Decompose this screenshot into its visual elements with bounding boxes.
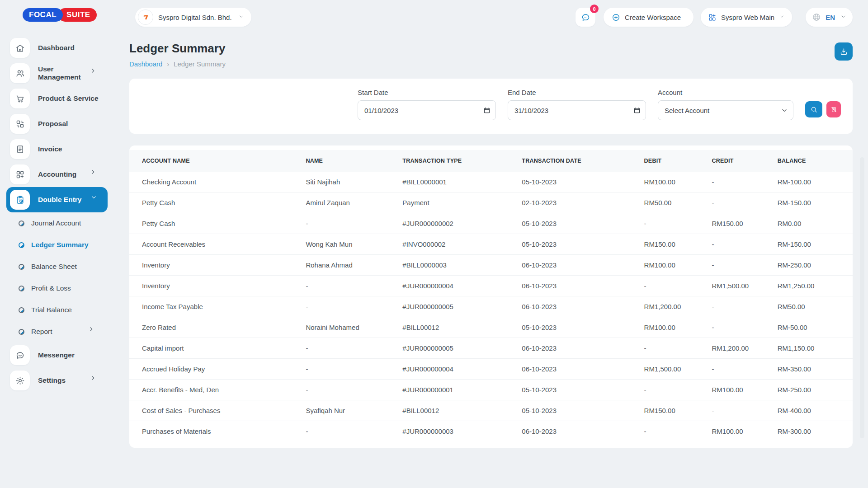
cell-balance: RM-400.00 bbox=[778, 407, 848, 414]
sidebar: FOCAL SUITE DashboardUser ManagementProd… bbox=[0, 0, 109, 488]
sidebar-item-label: Ledger Summary bbox=[31, 241, 109, 249]
cell-transaction-date: 06-10-2023 bbox=[522, 365, 644, 373]
cell-credit: RM1,200.00 bbox=[712, 344, 777, 352]
cell-account-name: Inventory bbox=[142, 261, 306, 269]
cell-transaction-date: 05-10-2023 bbox=[522, 324, 644, 331]
brand-logo[interactable]: FOCAL SUITE bbox=[23, 8, 109, 22]
sidebar-item-balance-sheet[interactable]: Balance Sheet bbox=[0, 256, 109, 277]
cell-transaction-type: #BILL00012 bbox=[402, 407, 522, 414]
sidebar-item-product-service[interactable]: Product & Service bbox=[0, 86, 109, 111]
syspro-logo-icon bbox=[138, 9, 153, 25]
company-name: Syspro Digital Sdn. Bhd. bbox=[158, 14, 232, 21]
table-row: Account ReceivablesWong Kah Mun#INVO0000… bbox=[129, 234, 853, 255]
account-select[interactable] bbox=[658, 100, 793, 120]
proposal-icon bbox=[10, 114, 30, 134]
column-header-transaction-type: TRANSACTION TYPE bbox=[402, 158, 522, 164]
cell-balance: RM50.00 bbox=[778, 303, 848, 310]
create-workspace-label: Create Workspace bbox=[625, 14, 681, 21]
company-selector[interactable]: Syspro Digital Sdn. Bhd. bbox=[135, 8, 251, 27]
start-date-input[interactable] bbox=[358, 100, 496, 120]
messenger-icon bbox=[10, 345, 30, 365]
sidebar-item-user-management[interactable]: User Management bbox=[0, 61, 109, 86]
cell-debit: - bbox=[644, 282, 712, 290]
table-row: Accr. Benefits - Med, Den-#JUR0000000010… bbox=[129, 380, 853, 400]
sidebar-item-double-entry[interactable]: Double Entry bbox=[6, 187, 108, 212]
table-row: Inventory-#JUR00000000406-10-2023-RM1,50… bbox=[129, 276, 853, 296]
sidebar-item-proposal[interactable]: Proposal bbox=[0, 111, 109, 136]
sidebar-item-invoice[interactable]: Invoice bbox=[0, 136, 109, 162]
content: Ledger Summary Dashboard › Ledger Summar… bbox=[109, 29, 868, 448]
cell-name: - bbox=[306, 282, 402, 290]
invoice-icon bbox=[10, 139, 30, 159]
cell-account-name: Accr. Benefits - Med, Den bbox=[142, 386, 306, 394]
breadcrumb-dashboard-link[interactable]: Dashboard bbox=[129, 60, 162, 68]
cell-name: - bbox=[306, 220, 402, 227]
chevron-right-icon bbox=[90, 375, 101, 386]
chat-badge: 0 bbox=[590, 5, 599, 13]
cell-transaction-type: #JUR000000001 bbox=[402, 386, 522, 394]
download-button[interactable] bbox=[835, 42, 853, 61]
sidebar-item-trial-balance[interactable]: Trial Balance bbox=[0, 299, 109, 321]
messenger-button[interactable]: 0 bbox=[576, 8, 595, 27]
cell-name: - bbox=[306, 427, 402, 435]
sidebar-item-report[interactable]: Report bbox=[0, 321, 109, 343]
cell-account-name: Zero Rated bbox=[142, 324, 306, 331]
cell-balance: RM-150.00 bbox=[778, 240, 848, 248]
chevron-down-icon bbox=[238, 13, 244, 21]
search-button[interactable] bbox=[805, 101, 822, 117]
cell-transaction-date: 05-10-2023 bbox=[522, 240, 644, 248]
cell-balance: RM-250.00 bbox=[778, 386, 848, 394]
sidebar-item-label: Dashboard bbox=[38, 44, 109, 52]
cell-debit: RM1,200.00 bbox=[644, 303, 712, 310]
cell-account-name: Income Tax Payable bbox=[142, 303, 306, 310]
filter-buttons bbox=[805, 101, 841, 117]
cell-transaction-type: #JUR000000003 bbox=[402, 427, 522, 435]
language-selector[interactable]: EN bbox=[806, 8, 853, 27]
cell-balance: RM-300.00 bbox=[778, 427, 848, 435]
sidebar-item-settings[interactable]: Settings bbox=[0, 368, 109, 393]
cell-credit: - bbox=[712, 303, 777, 310]
sidebar-item-profit-loss[interactable]: Profit & Loss bbox=[0, 277, 109, 299]
cell-credit: - bbox=[712, 240, 777, 248]
cell-debit: RM50.00 bbox=[644, 199, 712, 206]
cell-balance: RM0.00 bbox=[778, 220, 848, 227]
sidebar-item-label: Invoice bbox=[38, 145, 109, 153]
cell-balance: RM-100.00 bbox=[778, 178, 848, 186]
cell-name: Rohana Ahmad bbox=[306, 261, 402, 269]
page-title: Ledger Summary bbox=[129, 42, 835, 56]
sidebar-item-label: Balance Sheet bbox=[31, 263, 109, 271]
cell-transaction-type: #JUR000000002 bbox=[402, 220, 522, 227]
create-workspace-button[interactable]: Create Workspace bbox=[604, 8, 693, 27]
cell-credit: RM100.00 bbox=[712, 427, 777, 435]
table-body: Checking AccountSiti Najihah#BILL0000001… bbox=[129, 172, 853, 441]
breadcrumb-current: Ledger Summary bbox=[174, 60, 226, 68]
sidebar-item-dashboard[interactable]: Dashboard bbox=[0, 35, 109, 61]
sidebar-item-messenger[interactable]: Messenger bbox=[0, 343, 109, 368]
cell-balance: RM1,150.00 bbox=[778, 344, 848, 352]
workspace-switcher[interactable]: Syspro Web Main bbox=[701, 8, 792, 27]
home-icon bbox=[10, 38, 30, 58]
double-entry-icon bbox=[10, 190, 30, 210]
sidebar-item-ledger-summary[interactable]: Ledger Summary bbox=[0, 234, 109, 256]
cell-transaction-date: 06-10-2023 bbox=[522, 282, 644, 290]
cell-name: - bbox=[306, 344, 402, 352]
sidebar-item-accounting[interactable]: Accounting bbox=[0, 162, 109, 187]
search-icon bbox=[810, 106, 818, 113]
sidebar-item-label: Accounting bbox=[38, 170, 90, 178]
end-date-input[interactable] bbox=[508, 100, 646, 120]
sidebar-item-label: Proposal bbox=[38, 120, 109, 128]
table-row: Purchases of Materials-#JUR00000000306-1… bbox=[129, 421, 853, 441]
grid-plus-icon bbox=[708, 13, 717, 22]
table-scrollbar[interactable] bbox=[860, 157, 864, 438]
sidebar-item-journal-account[interactable]: Journal Account bbox=[0, 212, 109, 234]
bullet-icon bbox=[19, 329, 24, 335]
sidebar-item-label: Settings bbox=[38, 376, 90, 385]
sidebar-item-label: Report bbox=[31, 328, 88, 336]
settings-icon bbox=[10, 371, 30, 390]
cell-name: Syafiqah Nur bbox=[306, 407, 402, 414]
chevron-down-icon bbox=[779, 13, 785, 21]
chat-icon bbox=[581, 13, 590, 22]
cell-balance: RM-250.00 bbox=[778, 261, 848, 269]
clear-filter-button[interactable] bbox=[826, 101, 841, 117]
table-row: InventoryRohana Ahmad#BILL000000306-10-2… bbox=[129, 255, 853, 276]
